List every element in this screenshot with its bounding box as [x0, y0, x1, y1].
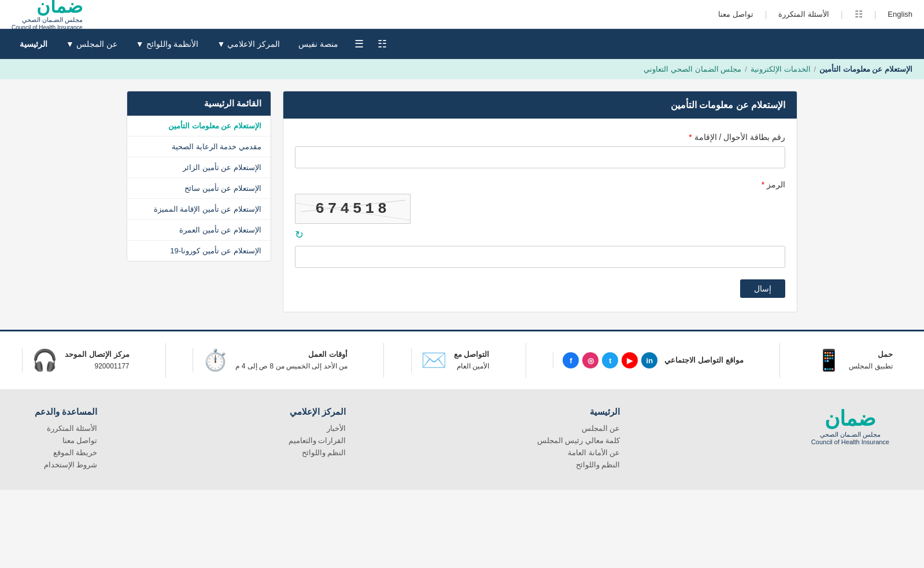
nav-item-home[interactable]: الرئيسية — [12, 35, 56, 53]
captcha-refresh-icon[interactable]: ↻ — [295, 228, 304, 241]
call-center-text: مركز الإتصال الموحد 920001177 — [65, 349, 129, 372]
divider3: | — [765, 10, 767, 19]
footer-social: in ▶ t ◎ f مواقع التواصل الاجتماعي — [553, 352, 752, 368]
divider-bar4 — [165, 343, 166, 378]
content-area: الإستعلام عن معلومات التأمين رقم بطاقة ا… — [283, 91, 797, 312]
captcha-required: * — [762, 180, 764, 189]
footer-logo-sub-en: Council of Health Insurance — [811, 438, 889, 445]
logo-org-name-ar: مجلس الضـمان الصحي — [12, 16, 83, 24]
nav-item-nafis[interactable]: منصة نفيس — [290, 35, 346, 53]
youtube-icon[interactable]: ▶ — [622, 352, 638, 368]
phone-icon: 📱 — [816, 348, 842, 372]
submit-button[interactable]: إسال — [740, 279, 785, 298]
menu-icon[interactable]: ☰ — [349, 33, 369, 55]
footer-link-about[interactable]: عن المجلس — [537, 424, 620, 433]
footer-link-decisions[interactable]: القرارات والتعاميم — [289, 436, 346, 445]
breadcrumb-sep2: / — [745, 65, 747, 73]
breadcrumb-link-services[interactable]: الخدمات الإلكترونية — [751, 65, 811, 73]
footer-link-secretariat[interactable]: عن الأمانة العامة — [537, 448, 620, 457]
footer-link-news[interactable]: الأخبار — [289, 424, 346, 433]
footer-bottom: ضمان مجلس الضـمان الصحي Council of Healt… — [0, 389, 924, 490]
social-text: مواقع التواصل الاجتماعي — [664, 355, 743, 367]
breadcrumb-current: الإستعلام عن معلومات التأمين — [819, 65, 912, 73]
sidebar-item-5[interactable]: الإستعلام عن تأمين العمرة — [127, 220, 271, 241]
facebook-icon[interactable]: f — [563, 352, 579, 368]
captcha-form-group: الرمز * 674518 ↻ — [295, 180, 785, 268]
footer-link-chairman[interactable]: كلمة معالي رئيس المجلس — [537, 436, 620, 445]
app-download-text: حمل تطبيق المجلس — [849, 349, 892, 372]
chevron-down-icon: ▼ — [217, 39, 226, 49]
faq-link[interactable]: الأسئلة المتكررة — [778, 10, 829, 19]
nav-item-regulations[interactable]: الأنظمة واللوائح ▼ — [128, 35, 207, 53]
footer-col-help: المساعدة والدعم الأسئلة المتكررة تواصل م… — [35, 407, 97, 473]
twitter-icon[interactable]: t — [602, 352, 618, 368]
sidebar-item-1[interactable]: مقدمي خدمة الرعاية الصحية — [127, 137, 271, 157]
headset-icon: 🎧 — [32, 348, 58, 372]
clock-icon: ⏱️ — [202, 348, 228, 372]
logo-text: ضمان مجلس الضـمان الصحي Council of Healt… — [12, 0, 83, 31]
sidebar: القائمة الرئيسية الإستعلام عن معلومات ال… — [127, 91, 271, 312]
email-icon: ✉️ — [421, 348, 447, 372]
nav-item-about[interactable]: عن المجلس ▼ — [58, 35, 125, 53]
footer-contact-general: ✉️ التواصل مع الأمين العام — [411, 348, 499, 372]
id-label: رقم بطاقة الأحوال / الإقامة * — [295, 132, 785, 142]
divider-bar — [779, 343, 780, 378]
captcha-input[interactable] — [295, 246, 785, 268]
form-card-header: الإستعلام عن معلومات التأمين — [283, 91, 797, 119]
footer-work-hours: ⏱️ أوقات العمل من الأحد إلى الخميس من 8 … — [193, 348, 356, 372]
sidebar-card: القائمة الرئيسية الإستعلام عن معلومات ال… — [127, 91, 271, 261]
logo-arabic-name: ضمان — [12, 0, 83, 16]
id-form-group: رقم بطاقة الأحوال / الإقامة * — [295, 132, 785, 168]
top-bar: English | ☷ | الأسئلة المتكررة | تواصل م… — [0, 0, 924, 29]
sidebar-item-4[interactable]: الإستعلام عن تأمين الإقامة المميزة — [127, 199, 271, 220]
footer-link-systems[interactable]: النظم واللوائح — [289, 448, 346, 457]
id-input[interactable] — [295, 146, 785, 168]
footer-col-home-title: الرئيسية — [537, 407, 620, 417]
footer-col-media-title: المركز الإعلامي — [289, 407, 346, 417]
footer-logo-col: ضمان مجلس الضـمان الصحي Council of Healt… — [811, 407, 889, 473]
footer-call-center: 🎧 مركز الإتصال الموحد 920001177 — [22, 348, 138, 372]
linkedin-icon[interactable]: in — [641, 352, 657, 368]
footer-link-regulations[interactable]: النظم واللوائح — [537, 460, 620, 469]
footer-link-terms[interactable]: شروط الإستخدام — [35, 460, 97, 469]
social-icons-group: in ▶ t ◎ f — [563, 352, 657, 368]
sidebar-item-0[interactable]: الإستعلام عن معلومات التأمين — [127, 116, 271, 137]
footer-contact-bar: 📱 حمل تطبيق المجلس in ▶ t ◎ f مواقع التو… — [0, 330, 924, 389]
footer-col-media: المركز الإعلامي الأخبار القرارات والتعام… — [289, 407, 346, 473]
contact-link[interactable]: تواصل معنا — [718, 10, 753, 19]
org-chart-icon: ☷ — [855, 9, 863, 20]
logo-org-name-en: Council of Health Insurance — [12, 24, 83, 31]
divider-bar3 — [383, 343, 384, 378]
instagram-icon[interactable]: ◎ — [582, 352, 598, 368]
chevron-down-icon: ▼ — [66, 39, 74, 49]
id-required: * — [689, 132, 692, 142]
footer-link-sitemap[interactable]: خريطة الموقع — [35, 448, 97, 457]
footer-link-contact[interactable]: تواصل معنا — [35, 436, 97, 445]
sidebar-item-3[interactable]: الإستعلام عن تأمين سائح — [127, 178, 271, 199]
divider1: | — [874, 10, 877, 19]
sidebar-item-6[interactable]: الإستعلام عن تأمين كورونا-19 — [127, 241, 271, 261]
footer-col-home: الرئيسية عن المجلس كلمة معالي رئيس المجل… — [537, 407, 620, 473]
sidebar-header: القائمة الرئيسية — [127, 91, 271, 116]
contact-general-text: التواصل مع الأمين العام — [454, 349, 490, 372]
form-card-body: رقم بطاقة الأحوال / الإقامة * الرمز * — [283, 119, 797, 312]
sidebar-item-2[interactable]: الإستعلام عن تأمين الزائر — [127, 157, 271, 178]
english-link[interactable]: English — [888, 10, 912, 19]
breadcrumb: الإستعلام عن معلومات التأمين / الخدمات ا… — [0, 59, 924, 79]
footer-app-download: 📱 حمل تطبيق المجلس — [807, 348, 901, 372]
top-bar-links: English | ☷ | الأسئلة المتكررة | تواصل م… — [718, 9, 912, 20]
logo-area: ضمان مجلس الضـمان الصحي Council of Healt… — [12, 0, 83, 31]
breadcrumb-sep1: / — [814, 65, 816, 73]
divider-bar2 — [526, 343, 526, 378]
breadcrumb-link-home[interactable]: مجلس الضمان الصحي التعاوني — [644, 65, 741, 73]
form-card: الإستعلام عن معلومات التأمين رقم بطاقة ا… — [283, 91, 797, 312]
grid-icon[interactable]: ☷ — [372, 33, 393, 55]
footer-col-help-title: المساعدة والدعم — [35, 407, 97, 417]
work-hours-text: أوقات العمل من الأحد إلى الخميس من 8 ص إ… — [235, 349, 347, 372]
footer-link-faq[interactable]: الأسئلة المتكررة — [35, 424, 97, 433]
divider2: | — [841, 10, 843, 19]
chevron-down-icon: ▼ — [136, 39, 144, 49]
captcha-container: 674518 ↻ — [295, 194, 785, 241]
nav-item-media[interactable]: المركز الاعلامي ▼ — [209, 35, 289, 53]
captcha-image: 674518 — [295, 194, 411, 224]
